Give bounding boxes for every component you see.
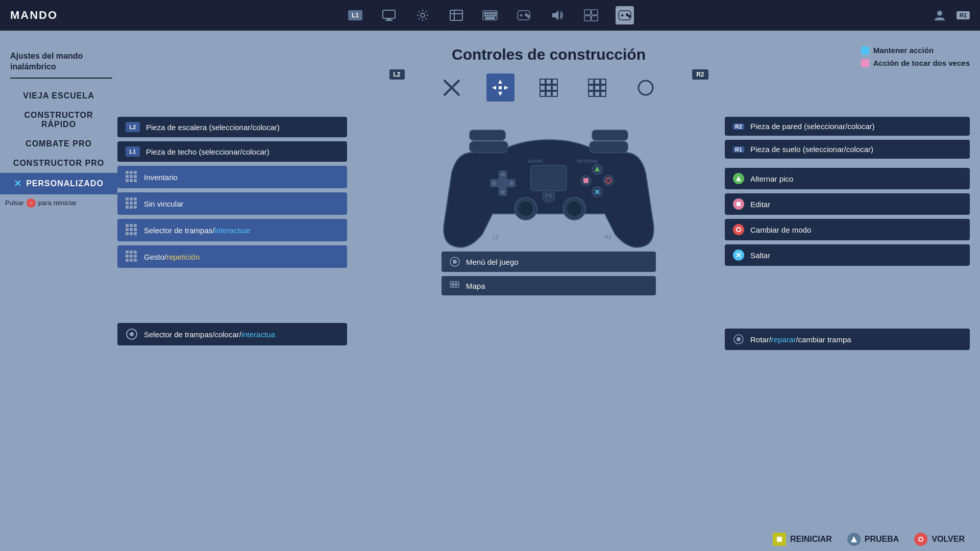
- monitor-icon[interactable]: [380, 6, 398, 24]
- mapping-r1[interactable]: R1 Pieza de suelo (seleccionar/colocar): [725, 140, 970, 159]
- svg-rect-105: [777, 537, 782, 542]
- svg-rect-60: [470, 141, 508, 153]
- svg-point-3: [421, 13, 425, 17]
- x-cross-button[interactable]: [438, 73, 466, 102]
- mapping-circle-text: Cambiar de modo: [750, 226, 811, 234]
- r2-badge-mapping: R2: [733, 123, 744, 130]
- mapping-selector-trampas[interactable]: Selector de trampas/interactuar: [117, 219, 347, 241]
- volver-button[interactable]: VOLVER: [914, 533, 965, 546]
- hud-icon[interactable]: [447, 6, 465, 24]
- prueba-label: PRUEBA: [865, 535, 899, 544]
- svg-rect-50: [601, 79, 606, 84]
- reiniciar-label: REINICIAR: [790, 535, 832, 544]
- sidebar-item-constructor-pro[interactable]: CONSTRUCTOR PRO: [0, 154, 117, 173]
- reiniciar-icon: [773, 533, 786, 546]
- svg-rect-44: [552, 85, 557, 90]
- mapping-circle[interactable]: Cambiar de modo: [725, 219, 970, 240]
- mapping-r2[interactable]: R2 Pieza de pared (seleccionar/colocar): [725, 117, 970, 136]
- svg-rect-15: [489, 15, 491, 16]
- circle-gray-button[interactable]: [632, 73, 660, 102]
- grid-icon-gesto: [126, 251, 138, 263]
- svg-rect-24: [592, 10, 598, 15]
- svg-rect-0: [383, 10, 395, 18]
- l2-badge: L2: [126, 122, 140, 132]
- mapping-l1-text: Pieza de techo (seleccionar/colocar): [146, 147, 270, 156]
- svg-text:L3: L3: [493, 235, 499, 240]
- mapping-mapa[interactable]: Mapa: [442, 276, 656, 295]
- mapping-gesto[interactable]: Gesto/repetición: [117, 245, 347, 268]
- mapping-square-text: Editar: [750, 200, 770, 209]
- svg-rect-16: [492, 15, 494, 16]
- mapping-trampas-text: Selector de trampas/interactuar: [144, 226, 251, 235]
- icon-row: L2 R2: [117, 73, 980, 102]
- sidebar-item-personalizado[interactable]: ✕ PERSONALIZADO: [0, 173, 117, 194]
- active-gamepad-icon[interactable]: [616, 6, 634, 24]
- mapping-triangle-text: Alternar pico: [750, 174, 793, 183]
- sidebar-item-combate-pro[interactable]: COMBATE PRO: [0, 134, 117, 154]
- svg-point-100: [737, 228, 741, 232]
- mapping-r2-text: Pieza de pared (seleccionar/colocar): [750, 122, 874, 131]
- svg-rect-10: [489, 12, 491, 14]
- svg-rect-14: [487, 15, 488, 16]
- x-icon: ✕: [14, 178, 22, 189]
- reiniciar-button[interactable]: REINICIAR: [773, 533, 832, 546]
- gear-icon[interactable]: [413, 6, 432, 24]
- svg-rect-8: [484, 12, 486, 14]
- network-icon[interactable]: [582, 6, 600, 24]
- svg-point-59: [130, 333, 133, 336]
- svg-rect-97: [456, 285, 459, 287]
- mapping-l2[interactable]: L2 Pieza de escalera (seleccionar/coloca…: [117, 117, 347, 137]
- page-heading: Controles de construcción: [117, 46, 980, 63]
- svg-point-91: [453, 260, 457, 264]
- mapping-square[interactable]: Editar: [725, 193, 970, 215]
- svg-point-57: [639, 81, 653, 95]
- mapping-l1[interactable]: L1 Pieza de techo (seleccionar/colocar): [117, 141, 347, 162]
- grid-icon-inventario: [126, 171, 138, 183]
- reset-hint: Pulsar ○ para reiniciar: [0, 194, 117, 212]
- svg-rect-38: [499, 86, 502, 89]
- volume-icon[interactable]: [548, 6, 567, 24]
- svg-point-22: [527, 15, 529, 17]
- svg-point-73: [567, 202, 581, 216]
- svg-rect-23: [584, 10, 591, 15]
- svg-rect-61: [470, 130, 505, 140]
- svg-rect-46: [546, 91, 551, 96]
- svg-rect-51: [589, 85, 594, 90]
- legend-dot-blue: [861, 46, 869, 55]
- grid2-button[interactable]: [583, 73, 611, 102]
- svg-rect-94: [456, 282, 459, 284]
- mapping-sin-vincular[interactable]: Sin vincular: [117, 192, 347, 215]
- keyboard-icon[interactable]: [481, 6, 499, 24]
- r2-button[interactable]: R2: [680, 73, 708, 102]
- svg-rect-13: [484, 15, 486, 16]
- svg-rect-4: [450, 10, 462, 20]
- l2-button[interactable]: L2: [389, 73, 418, 102]
- svg-rect-40: [546, 79, 551, 84]
- bottom-center-mappings: Menú del juego Mapa: [442, 252, 656, 295]
- gamepad2-icon[interactable]: [514, 6, 533, 24]
- prueba-button[interactable]: PRUEBA: [847, 533, 899, 546]
- svg-point-21: [525, 14, 527, 16]
- svg-rect-2: [385, 20, 393, 21]
- grid1-button[interactable]: [535, 73, 563, 102]
- move-button[interactable]: [486, 73, 514, 102]
- svg-point-81: [603, 176, 614, 186]
- mapping-l3-text: Selector de trampas/colocar/interactua: [144, 330, 275, 339]
- sidebar-item-personalizado-label: PERSONALIZADO: [26, 179, 104, 188]
- svg-rect-74: [531, 165, 567, 191]
- mapping-triangle[interactable]: Alternar pico: [725, 168, 970, 189]
- svg-rect-56: [601, 91, 606, 96]
- svg-rect-12: [495, 12, 496, 14]
- mapping-x[interactable]: Saltar: [725, 244, 970, 266]
- profile-icon[interactable]: [930, 6, 949, 24]
- l1-badge-icon[interactable]: L1: [346, 6, 364, 24]
- mapping-r3[interactable]: Rotar/reparar/cambiar trampa: [725, 329, 970, 350]
- svg-text:SHARE: SHARE: [527, 159, 543, 164]
- sidebar-item-vieja-escuela[interactable]: VIEJA ESCUELA: [0, 86, 117, 106]
- svg-rect-18: [485, 17, 495, 19]
- mapping-menu-juego[interactable]: Menú del juego: [442, 252, 656, 272]
- svg-point-71: [519, 202, 533, 216]
- mapping-inventario[interactable]: Inventario: [117, 166, 347, 188]
- sidebar-item-constructor-rapido[interactable]: CONSTRUCTOR RÁPIDO: [0, 106, 117, 134]
- mapping-l3-trampas[interactable]: Selector de trampas/colocar/interactua: [117, 323, 347, 345]
